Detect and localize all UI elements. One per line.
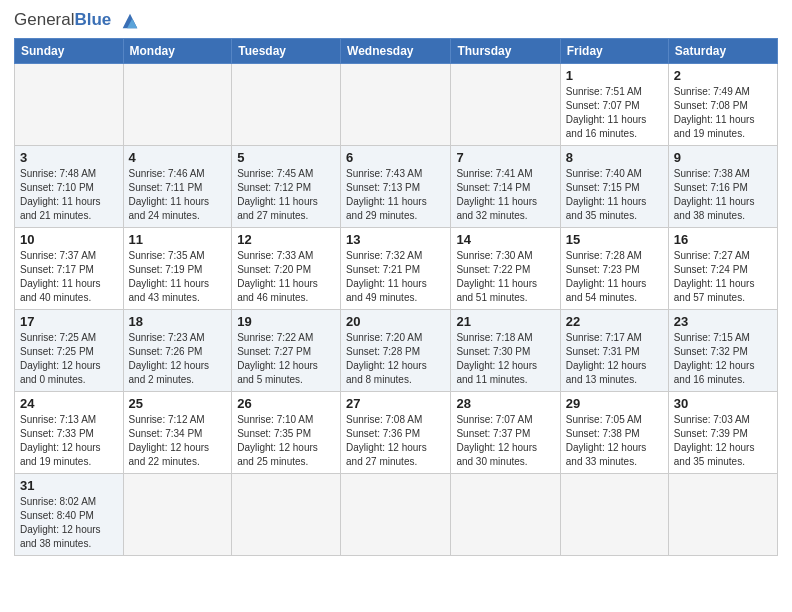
day-info: Sunrise: 7:33 AMSunset: 7:20 PMDaylight:… [237, 249, 335, 305]
day-info: Sunrise: 7:10 AMSunset: 7:35 PMDaylight:… [237, 413, 335, 469]
table-row [15, 64, 124, 146]
day-info: Sunrise: 7:38 AMSunset: 7:16 PMDaylight:… [674, 167, 772, 223]
table-row: 16Sunrise: 7:27 AMSunset: 7:24 PMDayligh… [668, 228, 777, 310]
day-info: Sunrise: 7:40 AMSunset: 7:15 PMDaylight:… [566, 167, 663, 223]
table-row: 6Sunrise: 7:43 AMSunset: 7:13 PMDaylight… [341, 146, 451, 228]
day-number: 13 [346, 232, 445, 247]
day-number: 6 [346, 150, 445, 165]
table-row: 29Sunrise: 7:05 AMSunset: 7:38 PMDayligh… [560, 392, 668, 474]
header-friday: Friday [560, 39, 668, 64]
table-row: 21Sunrise: 7:18 AMSunset: 7:30 PMDayligh… [451, 310, 560, 392]
table-row: 1Sunrise: 7:51 AMSunset: 7:07 PMDaylight… [560, 64, 668, 146]
day-number: 16 [674, 232, 772, 247]
table-row: 2Sunrise: 7:49 AMSunset: 7:08 PMDaylight… [668, 64, 777, 146]
day-info: Sunrise: 7:30 AMSunset: 7:22 PMDaylight:… [456, 249, 554, 305]
day-number: 4 [129, 150, 227, 165]
table-row [123, 474, 232, 556]
table-row: 10Sunrise: 7:37 AMSunset: 7:17 PMDayligh… [15, 228, 124, 310]
calendar-week-row: 1Sunrise: 7:51 AMSunset: 7:07 PMDaylight… [15, 64, 778, 146]
table-row: 17Sunrise: 7:25 AMSunset: 7:25 PMDayligh… [15, 310, 124, 392]
day-info: Sunrise: 7:18 AMSunset: 7:30 PMDaylight:… [456, 331, 554, 387]
day-info: Sunrise: 7:17 AMSunset: 7:31 PMDaylight:… [566, 331, 663, 387]
day-info: Sunrise: 7:43 AMSunset: 7:13 PMDaylight:… [346, 167, 445, 223]
day-info: Sunrise: 7:45 AMSunset: 7:12 PMDaylight:… [237, 167, 335, 223]
logo: GeneralBlue [14, 10, 141, 32]
header-thursday: Thursday [451, 39, 560, 64]
day-number: 31 [20, 478, 118, 493]
logo-icon [119, 10, 141, 32]
table-row [232, 64, 341, 146]
day-info: Sunrise: 7:51 AMSunset: 7:07 PMDaylight:… [566, 85, 663, 141]
table-row [341, 474, 451, 556]
day-number: 8 [566, 150, 663, 165]
table-row: 9Sunrise: 7:38 AMSunset: 7:16 PMDaylight… [668, 146, 777, 228]
day-number: 17 [20, 314, 118, 329]
day-info: Sunrise: 7:15 AMSunset: 7:32 PMDaylight:… [674, 331, 772, 387]
weekday-header-row: Sunday Monday Tuesday Wednesday Thursday… [15, 39, 778, 64]
calendar-week-row: 10Sunrise: 7:37 AMSunset: 7:17 PMDayligh… [15, 228, 778, 310]
table-row: 20Sunrise: 7:20 AMSunset: 7:28 PMDayligh… [341, 310, 451, 392]
day-info: Sunrise: 7:05 AMSunset: 7:38 PMDaylight:… [566, 413, 663, 469]
day-info: Sunrise: 7:13 AMSunset: 7:33 PMDaylight:… [20, 413, 118, 469]
calendar-week-row: 31Sunrise: 8:02 AMSunset: 8:40 PMDayligh… [15, 474, 778, 556]
header-monday: Monday [123, 39, 232, 64]
day-info: Sunrise: 7:32 AMSunset: 7:21 PMDaylight:… [346, 249, 445, 305]
table-row: 23Sunrise: 7:15 AMSunset: 7:32 PMDayligh… [668, 310, 777, 392]
calendar-page: GeneralBlue Sunday Monday Tuesday Wednes… [0, 0, 792, 570]
day-number: 7 [456, 150, 554, 165]
day-info: Sunrise: 7:12 AMSunset: 7:34 PMDaylight:… [129, 413, 227, 469]
calendar-week-row: 3Sunrise: 7:48 AMSunset: 7:10 PMDaylight… [15, 146, 778, 228]
day-info: Sunrise: 7:27 AMSunset: 7:24 PMDaylight:… [674, 249, 772, 305]
table-row: 18Sunrise: 7:23 AMSunset: 7:26 PMDayligh… [123, 310, 232, 392]
day-info: Sunrise: 7:41 AMSunset: 7:14 PMDaylight:… [456, 167, 554, 223]
day-info: Sunrise: 7:28 AMSunset: 7:23 PMDaylight:… [566, 249, 663, 305]
table-row [560, 474, 668, 556]
day-number: 14 [456, 232, 554, 247]
day-info: Sunrise: 7:23 AMSunset: 7:26 PMDaylight:… [129, 331, 227, 387]
table-row: 19Sunrise: 7:22 AMSunset: 7:27 PMDayligh… [232, 310, 341, 392]
day-number: 5 [237, 150, 335, 165]
day-info: Sunrise: 7:35 AMSunset: 7:19 PMDaylight:… [129, 249, 227, 305]
day-info: Sunrise: 7:25 AMSunset: 7:25 PMDaylight:… [20, 331, 118, 387]
day-number: 23 [674, 314, 772, 329]
table-row [668, 474, 777, 556]
table-row: 27Sunrise: 7:08 AMSunset: 7:36 PMDayligh… [341, 392, 451, 474]
day-number: 28 [456, 396, 554, 411]
day-number: 25 [129, 396, 227, 411]
day-number: 10 [20, 232, 118, 247]
calendar-table: Sunday Monday Tuesday Wednesday Thursday… [14, 38, 778, 556]
day-number: 29 [566, 396, 663, 411]
table-row: 3Sunrise: 7:48 AMSunset: 7:10 PMDaylight… [15, 146, 124, 228]
table-row: 13Sunrise: 7:32 AMSunset: 7:21 PMDayligh… [341, 228, 451, 310]
day-info: Sunrise: 7:48 AMSunset: 7:10 PMDaylight:… [20, 167, 118, 223]
calendar-week-row: 17Sunrise: 7:25 AMSunset: 7:25 PMDayligh… [15, 310, 778, 392]
day-info: Sunrise: 7:03 AMSunset: 7:39 PMDaylight:… [674, 413, 772, 469]
table-row: 7Sunrise: 7:41 AMSunset: 7:14 PMDaylight… [451, 146, 560, 228]
table-row: 8Sunrise: 7:40 AMSunset: 7:15 PMDaylight… [560, 146, 668, 228]
day-info: Sunrise: 7:07 AMSunset: 7:37 PMDaylight:… [456, 413, 554, 469]
day-number: 2 [674, 68, 772, 83]
table-row [451, 474, 560, 556]
day-number: 19 [237, 314, 335, 329]
table-row: 15Sunrise: 7:28 AMSunset: 7:23 PMDayligh… [560, 228, 668, 310]
day-info: Sunrise: 7:49 AMSunset: 7:08 PMDaylight:… [674, 85, 772, 141]
day-number: 30 [674, 396, 772, 411]
header-tuesday: Tuesday [232, 39, 341, 64]
table-row: 5Sunrise: 7:45 AMSunset: 7:12 PMDaylight… [232, 146, 341, 228]
day-info: Sunrise: 7:46 AMSunset: 7:11 PMDaylight:… [129, 167, 227, 223]
day-info: Sunrise: 7:37 AMSunset: 7:17 PMDaylight:… [20, 249, 118, 305]
day-number: 24 [20, 396, 118, 411]
table-row: 22Sunrise: 7:17 AMSunset: 7:31 PMDayligh… [560, 310, 668, 392]
calendar-week-row: 24Sunrise: 7:13 AMSunset: 7:33 PMDayligh… [15, 392, 778, 474]
table-row: 25Sunrise: 7:12 AMSunset: 7:34 PMDayligh… [123, 392, 232, 474]
table-row [123, 64, 232, 146]
day-number: 18 [129, 314, 227, 329]
table-row [341, 64, 451, 146]
day-number: 22 [566, 314, 663, 329]
table-row: 24Sunrise: 7:13 AMSunset: 7:33 PMDayligh… [15, 392, 124, 474]
table-row: 31Sunrise: 8:02 AMSunset: 8:40 PMDayligh… [15, 474, 124, 556]
day-info: Sunrise: 7:08 AMSunset: 7:36 PMDaylight:… [346, 413, 445, 469]
day-number: 11 [129, 232, 227, 247]
day-number: 21 [456, 314, 554, 329]
table-row: 28Sunrise: 7:07 AMSunset: 7:37 PMDayligh… [451, 392, 560, 474]
